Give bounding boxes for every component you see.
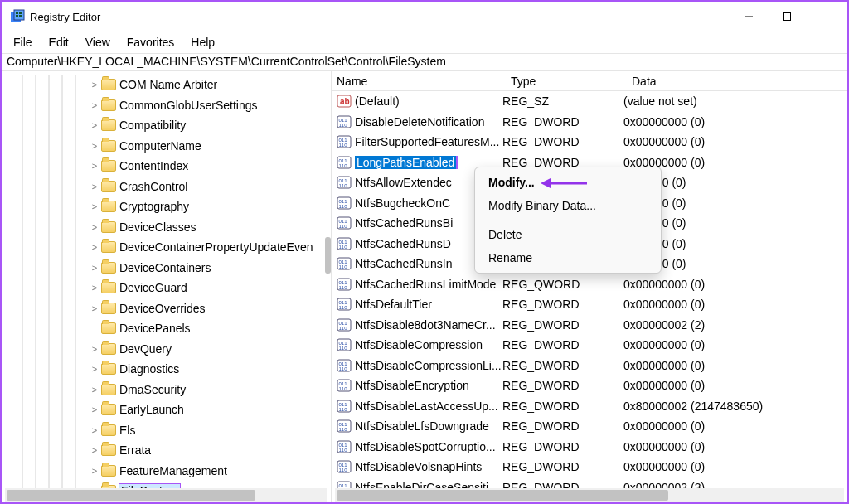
expand-icon[interactable]: > <box>90 141 99 151</box>
tree-item-commonglobusersettings[interactable]: >CommonGlobUserSettings <box>10 95 331 116</box>
menu-file[interactable]: File <box>5 33 41 51</box>
menu-help[interactable]: Help <box>182 33 223 51</box>
binary-value-icon: 011110 <box>337 358 352 373</box>
folder-icon <box>101 201 116 212</box>
value-row[interactable]: 011110NtfsDisableLastAccessUp...REG_DWOR… <box>332 396 847 417</box>
address-bar[interactable]: Computer\HKEY_LOCAL_MACHINE\SYSTEM\Curre… <box>2 53 847 71</box>
expand-icon[interactable]: > <box>90 80 99 90</box>
expand-icon[interactable]: > <box>90 303 99 313</box>
value-row[interactable]: 011110NtfsDefaultTierREG_DWORD0x00000000… <box>332 294 847 315</box>
tree-item-dmasecurity[interactable]: >DmaSecurity <box>10 380 331 400</box>
expand-icon[interactable]: > <box>90 182 99 191</box>
splitter-thumb[interactable] <box>325 237 331 274</box>
value-row[interactable]: 011110NtfsDisableSpotCorruptio...REG_DWO… <box>332 437 847 458</box>
minimize-button[interactable] <box>730 3 768 30</box>
folder-icon <box>101 181 116 192</box>
tree-item-label: Errata <box>119 443 151 457</box>
tree-item-devicepanels[interactable]: DevicePanels <box>10 318 331 339</box>
column-data[interactable]: Data <box>627 75 847 88</box>
folder-icon <box>101 140 116 152</box>
tree-item-deviceguard[interactable]: >DeviceGuard <box>10 278 331 298</box>
tree-item-label: DeviceClasses <box>119 220 196 234</box>
tree-item-earlylaunch[interactable]: >EarlyLaunch <box>10 400 331 420</box>
expand-icon[interactable]: > <box>90 385 99 395</box>
folder-icon <box>101 282 116 293</box>
expand-icon[interactable]: > <box>90 222 99 232</box>
value-row[interactable]: ab(Default)REG_SZ(value not set) <box>332 91 847 112</box>
tree-item-compatibility[interactable]: >Compatibility <box>10 115 331 136</box>
tree-item-filesystem[interactable]: FileSystem <box>10 481 331 488</box>
value-row[interactable]: 011110DisableDeleteNotificationREG_DWORD… <box>332 112 847 133</box>
tree-item-errata[interactable]: >Errata <box>10 440 331 461</box>
folder-icon <box>101 79 116 90</box>
value-name: NtfsDisableSpotCorruptio... <box>355 440 502 453</box>
binary-value-icon: 011110 <box>337 337 352 352</box>
list-horizontal-scrollbar[interactable] <box>335 488 844 502</box>
tree-item-els[interactable]: >Els <box>10 420 331 441</box>
tree-item-computername[interactable]: >ComputerName <box>10 136 331 157</box>
svg-text:110: 110 <box>339 264 348 269</box>
expand-icon[interactable]: > <box>90 364 99 374</box>
context-rename[interactable]: Rename <box>475 246 661 269</box>
value-row[interactable]: 011110NtfsDisableEncryptionREG_DWORD0x00… <box>332 376 847 396</box>
binary-value-icon: 011110 <box>337 297 352 312</box>
folder-icon <box>101 404 116 415</box>
svg-rect-7 <box>784 13 791 21</box>
context-delete[interactable]: Delete <box>475 223 661 246</box>
expand-icon[interactable]: > <box>90 120 99 130</box>
folder-icon <box>101 465 116 477</box>
address-text: Computer\HKEY_LOCAL_MACHINE\SYSTEM\Curre… <box>7 55 446 68</box>
value-name: NtfsEnableDirCaseSensitiv... <box>355 481 502 488</box>
expand-icon[interactable]: > <box>90 445 99 455</box>
expand-icon[interactable]: > <box>90 466 99 476</box>
context-modify-binary[interactable]: Modify Binary Data... <box>475 194 661 217</box>
tree-item-deviceoverrides[interactable]: >DeviceOverrides <box>10 298 331 319</box>
menu-favorites[interactable]: Favorites <box>119 33 183 51</box>
value-row[interactable]: 011110NtfsDisable8dot3NameCr...REG_DWORD… <box>332 315 847 336</box>
value-type: REG_DWORD <box>502 115 623 128</box>
binary-value-icon: 011110 <box>337 155 352 170</box>
expand-icon[interactable]: > <box>90 242 99 252</box>
expand-icon[interactable]: > <box>90 161 99 171</box>
expand-icon[interactable]: > <box>90 100 99 110</box>
value-name: NtfsDefaultTier <box>355 298 502 311</box>
tree-item-deviceclasses[interactable]: >DeviceClasses <box>10 217 331 238</box>
column-name[interactable]: Name <box>332 75 506 88</box>
value-name: NtfsDisableCompression <box>355 338 502 351</box>
expand-icon[interactable]: > <box>90 201 99 211</box>
svg-text:110: 110 <box>339 427 348 432</box>
value-row[interactable]: 011110NtfsDisableCompressionLi...REG_DWO… <box>332 356 847 376</box>
column-type[interactable]: Type <box>506 75 627 88</box>
tree-item-devicecontainers[interactable]: >DeviceContainers <box>10 258 331 279</box>
expand-icon[interactable]: > <box>90 263 99 273</box>
value-name: NtfsCachedRunsLimitMode <box>355 278 502 291</box>
tree-item-crashcontrol[interactable]: >CrashControl <box>10 177 331 197</box>
value-row[interactable]: 011110NtfsDisableCompressionREG_DWORD0x0… <box>332 335 847 356</box>
folder-icon <box>101 221 116 233</box>
expand-icon[interactable]: > <box>90 283 99 293</box>
value-row[interactable]: 011110NtfsDisableVolsnapHintsREG_DWORD0x… <box>332 457 847 477</box>
tree-item-featuremanagement[interactable]: >FeatureManagement <box>10 461 331 482</box>
tree-item-devquery[interactable]: >DevQuery <box>10 339 331 360</box>
expand-icon[interactable] <box>90 323 99 333</box>
value-row[interactable]: 011110NtfsCachedRunsLimitModeREG_QWORD0x… <box>332 274 847 295</box>
value-row[interactable]: 011110NtfsDisableLfsDowngradeREG_DWORD0x… <box>332 416 847 437</box>
tree-item-diagnostics[interactable]: >Diagnostics <box>10 359 331 380</box>
tree-horizontal-scrollbar[interactable] <box>5 488 327 502</box>
menu-view[interactable]: View <box>77 33 119 51</box>
value-row[interactable]: 011110NtfsEnableDirCaseSensitiv...REG_DW… <box>332 477 847 489</box>
expand-icon[interactable]: > <box>90 405 99 414</box>
tree-item-label: DeviceOverrides <box>119 302 205 315</box>
tree-item-cryptography[interactable]: >Cryptography <box>10 196 331 217</box>
maximize-button[interactable] <box>768 3 806 30</box>
tree-item-contentindex[interactable]: >ContentIndex <box>10 156 331 177</box>
svg-text:110: 110 <box>339 468 348 472</box>
value-data: 0x00000000 (0) <box>623 460 847 473</box>
value-row[interactable]: 011110FilterSupportedFeaturesM...REG_DWO… <box>332 132 847 153</box>
expand-icon[interactable]: > <box>90 425 99 435</box>
tree-item-devicecontainerpropertyupdateeven[interactable]: >DeviceContainerPropertyUpdateEven <box>10 237 331 258</box>
svg-text:110: 110 <box>339 163 348 168</box>
tree-item-com-name-arbiter[interactable]: >COM Name Arbiter <box>10 75 331 95</box>
expand-icon[interactable]: > <box>90 344 99 354</box>
menu-edit[interactable]: Edit <box>41 33 77 51</box>
